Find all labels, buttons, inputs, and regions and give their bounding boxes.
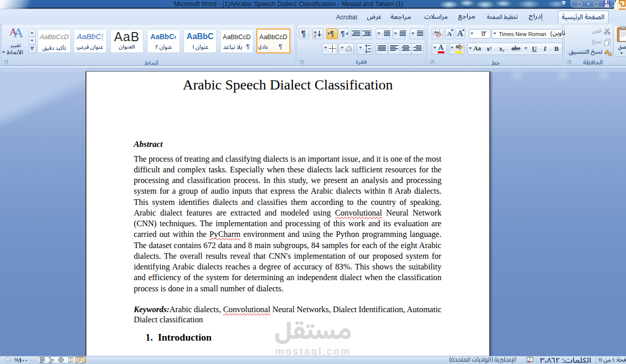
svg-text:Z: Z [314,34,316,38]
